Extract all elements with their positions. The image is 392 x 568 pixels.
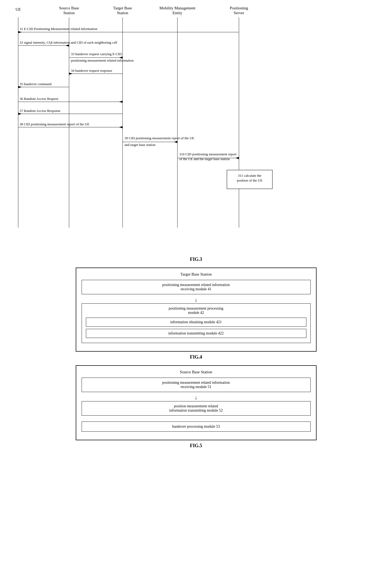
fig5-module52-label: position measurement related information… [169, 404, 223, 412]
msg39-label-line1: 39 CID positioning measurement report of… [124, 136, 194, 140]
msg34-arrow [69, 73, 73, 75]
msg39-arrow [174, 141, 177, 143]
msg39-label-line2: and target base station [124, 143, 155, 147]
fig5-outer-box: Source Base Station positioning measurem… [76, 365, 317, 440]
fig5-module51: positioning measurement related informat… [82, 378, 311, 392]
msg36-label: 36 Random Access Request [20, 97, 58, 101]
actor-ps-line1: Positioning [230, 6, 248, 10]
fig4-module42-wrapper: positioning measurement processing modul… [82, 303, 311, 343]
actor-mme-line2: Entity [172, 11, 182, 15]
msg36-arrow [119, 101, 123, 103]
fig4-module42-title: positioning measurement processing modul… [86, 306, 306, 315]
msg310-arrow [235, 157, 239, 159]
msg37-arrow [18, 113, 22, 115]
msg32-label: 32 signal intensity, CQI information and… [20, 40, 117, 44]
msg37-label: 37 Random Access Response [20, 109, 60, 113]
fig4-outer-title: Target Base Station [82, 272, 311, 277]
actor-ps-line2: Server [234, 11, 244, 15]
msg311-label-line1: 311 calculate the [238, 174, 261, 178]
fig4-section: Target Base Station positioning measurem… [76, 268, 317, 360]
msg32-arrow [66, 44, 69, 47]
msg31-label: 31 E-CID Positioning Measurement related… [20, 27, 97, 31]
msg34-label: 34 handover request response [71, 69, 112, 73]
msg35-label: 35 handover command [20, 82, 52, 86]
msg31-arrow [18, 31, 22, 33]
fig5-section: Source Base Station positioning measurem… [76, 365, 317, 449]
fig5-module52: position measurement related information… [82, 401, 311, 416]
msg310-label-line1: 310 CID positioning measurement report [179, 152, 237, 156]
fig5-module53: handover processing module 53 [82, 422, 311, 432]
msg311-label-line2: position of the UE [237, 178, 262, 182]
fig4-module422: information transmitting module 422 [86, 329, 306, 338]
fig4-arrow-down: ↓ [82, 297, 311, 302]
msg38-arrow [119, 126, 123, 128]
actor-tbs-line1: Target Base [113, 6, 132, 10]
msg33-label-line1: 33 handover request carrying E-CID [71, 52, 122, 56]
fig4-module421: information obtaining module 421 [86, 318, 306, 327]
fig5-title: FIG.5 [76, 443, 317, 449]
msg38-label: 38 CID positioning measurement report of… [20, 122, 89, 126]
msg33-label-line2: positioning measurement related informat… [71, 58, 134, 62]
fig4-outer-box: Target Base Station positioning measurem… [76, 268, 317, 352]
fig3-diagram: UE Source Base Station Target Base Stati… [6, 5, 386, 254]
fig5-outer-title: Source Base Station [82, 370, 311, 374]
msg35-arrow [18, 86, 22, 88]
spacer [82, 418, 311, 422]
msg310-label-line2: of the UE and the target base station [179, 157, 230, 161]
sequence-diagram-svg: UE Source Base Station Target Base Stati… [6, 5, 386, 249]
actor-tbs-line2: Station [117, 11, 128, 15]
fig3-title: FIG.3 [5, 257, 387, 262]
fig4-module41-label: positioning measurement related informat… [162, 283, 230, 291]
actor-ue: UE [16, 7, 21, 12]
fig5-arrow-down1: ↓ [82, 395, 311, 400]
actor-sbs-line2: Station [63, 11, 75, 15]
actor-mme-line1: Mobility Management [159, 6, 195, 10]
fig4-title: FIG.4 [76, 354, 317, 360]
fig4-module41: positioning measurement related informat… [82, 280, 311, 294]
fig5-module51-label: positioning measurement related informat… [162, 381, 230, 389]
actor-sbs-line1: Source Base [59, 6, 79, 10]
